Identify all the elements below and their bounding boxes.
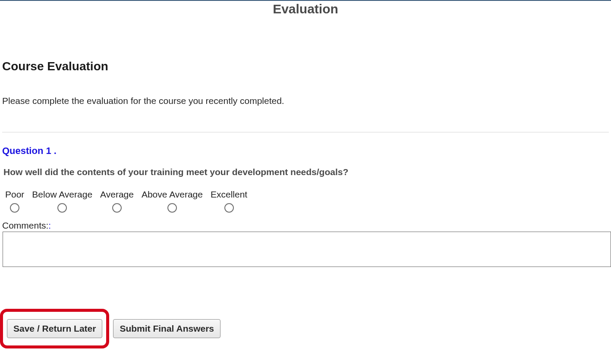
top-rule — [0, 0, 611, 1]
rating-option-below-average: Below Average — [32, 189, 92, 213]
rating-label: Below Average — [32, 189, 92, 200]
page-title: Evaluation — [0, 2, 611, 16]
rating-radio-poor[interactable] — [10, 203, 19, 213]
question-header: Question 1 . — [2, 145, 611, 157]
comments-label-colon: : — [48, 220, 51, 230]
save-return-later-button[interactable]: Save / Return Later — [7, 319, 102, 338]
rating-label: Above Average — [142, 189, 203, 200]
rating-option-average: Average — [100, 189, 134, 213]
comments-textarea[interactable] — [3, 232, 611, 267]
rating-label: Poor — [5, 189, 24, 200]
rating-radio-excellent[interactable] — [224, 203, 234, 213]
section-heading: Course Evaluation — [2, 60, 611, 73]
rating-label: Excellent — [211, 189, 247, 200]
rating-option-excellent: Excellent — [211, 189, 247, 213]
rating-option-above-average: Above Average — [142, 189, 203, 213]
rating-radio-below-average[interactable] — [57, 203, 67, 213]
comments-label-text: Comments: — [2, 220, 48, 230]
section-divider — [2, 132, 609, 132]
button-row: Save / Return Later Submit Final Answers — [0, 309, 220, 348]
submit-final-answers-button[interactable]: Submit Final Answers — [113, 319, 220, 338]
question-text: How well did the contents of your traini… — [3, 167, 611, 177]
save-button-highlight: Save / Return Later — [0, 309, 109, 348]
rating-radio-above-average[interactable] — [167, 203, 177, 213]
intro-text: Please complete the evaluation for the c… — [2, 96, 611, 106]
comments-label: Comments:: — [2, 220, 611, 231]
rating-option-poor: Poor — [5, 189, 24, 213]
rating-label: Average — [100, 189, 134, 200]
rating-radio-average[interactable] — [112, 203, 122, 213]
rating-row: Poor Below Average Average Above Average… — [5, 189, 611, 213]
